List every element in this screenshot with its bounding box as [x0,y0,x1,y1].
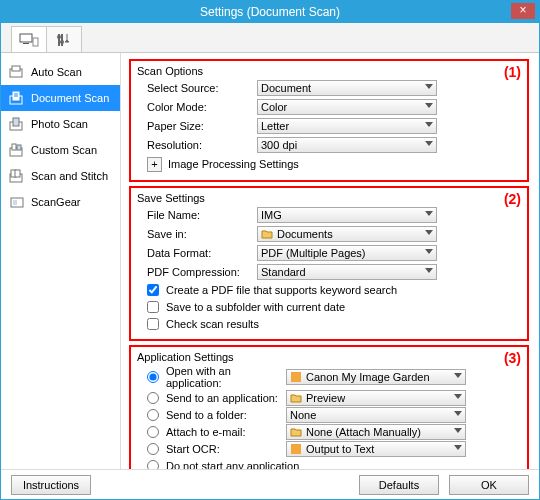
content-area: Auto Scan Document Scan Photo Scan Custo… [1,53,539,469]
svg-rect-0 [20,34,32,42]
folder-icon [261,228,273,240]
start-ocr-dropdown[interactable]: Output to Text [286,441,466,457]
chevron-down-icon [425,122,433,127]
expand-image-processing-button[interactable]: + [147,157,162,172]
data-format-value: PDF (Multiple Pages) [261,246,366,260]
chevron-down-icon [425,211,433,216]
sidebar-item-scan-and-stitch[interactable]: Scan and Stitch [1,163,120,189]
send-to-folder-radio[interactable] [147,409,159,421]
send-to-folder-dropdown[interactable]: None [286,407,466,423]
svg-rect-22 [291,444,301,454]
top-tabstrip [1,23,539,53]
attach-to-email-radio[interactable] [147,426,159,438]
sidebar-item-photo-scan[interactable]: Photo Scan [1,111,120,137]
sidebar-item-custom-scan[interactable]: Custom Scan [1,137,120,163]
chevron-down-icon [454,373,462,378]
pdf-compression-label: PDF Compression: [137,266,257,278]
folder-icon [290,392,302,404]
instructions-button[interactable]: Instructions [11,475,91,495]
resolution-label: Resolution: [137,139,257,151]
sidebar-item-label: ScanGear [31,196,81,208]
sidebar-item-label: Scan and Stitch [31,170,108,182]
auto-scan-icon [9,65,25,79]
scangear-icon [9,195,25,209]
annotation-2: (2) [504,191,521,207]
color-mode-dropdown[interactable]: Color [257,99,437,115]
check-scan-results-label: Check scan results [166,318,259,330]
titlebar: Settings (Document Scan) × [1,1,539,23]
custom-scan-icon [9,143,25,157]
chevron-down-icon [454,445,462,450]
save-in-label: Save in: [137,228,257,240]
send-to-application-value: Preview [306,391,345,405]
resolution-dropdown[interactable]: 300 dpi [257,137,437,153]
color-mode-label: Color Mode: [137,101,257,113]
save-settings-group: (2) Save Settings File Name: IMG Save in… [129,186,529,341]
chevron-down-icon [454,411,462,416]
select-source-dropdown[interactable]: Document [257,80,437,96]
resolution-value: 300 dpi [261,138,297,152]
start-ocr-label: Start OCR: [166,443,282,455]
defaults-button[interactable]: Defaults [359,475,439,495]
svg-rect-20 [13,200,17,205]
chevron-down-icon [425,103,433,108]
save-settings-title: Save Settings [137,192,521,204]
send-to-application-dropdown[interactable]: Preview [286,390,466,406]
attach-to-email-dropdown[interactable]: None (Attach Manually) [286,424,466,440]
sidebar-item-document-scan[interactable]: Document Scan [1,85,120,111]
dialog-footer: Instructions Defaults OK [1,469,539,499]
pdf-compression-value: Standard [261,265,306,279]
keyword-search-checkbox[interactable] [147,284,159,296]
svg-point-4 [60,40,64,44]
sidebar-item-label: Custom Scan [31,144,97,156]
application-settings-title: Application Settings [137,351,521,363]
photo-scan-icon [9,117,25,131]
data-format-dropdown[interactable]: PDF (Multiple Pages) [257,245,437,261]
tab-tools[interactable] [46,26,82,52]
select-source-label: Select Source: [137,82,257,94]
svg-rect-14 [12,144,16,150]
chevron-down-icon [425,268,433,273]
file-name-value: IMG [261,208,282,222]
window-close-button[interactable]: × [511,3,535,19]
start-ocr-radio[interactable] [147,443,159,455]
tab-scan-from-computer[interactable] [11,26,47,52]
send-to-application-label: Send to an application: [166,392,282,404]
svg-rect-2 [33,38,38,46]
paper-size-dropdown[interactable]: Letter [257,118,437,134]
open-with-application-dropdown[interactable]: Canon My Image Garden [286,369,466,385]
folder-icon [290,426,302,438]
sidebar-item-label: Photo Scan [31,118,88,130]
annotation-3: (3) [504,350,521,366]
subfolder-date-checkbox[interactable] [147,301,159,313]
open-with-application-label: Open with an application: [166,365,282,389]
send-to-application-radio[interactable] [147,392,159,404]
ok-button[interactable]: OK [449,475,529,495]
chevron-down-icon [425,84,433,89]
document-scan-icon [9,91,25,105]
file-name-field[interactable]: IMG [257,207,437,223]
window-title: Settings (Document Scan) [200,5,340,19]
pdf-compression-dropdown[interactable]: Standard [257,264,437,280]
image-processing-settings-label: Image Processing Settings [168,158,299,170]
svg-point-3 [57,35,61,39]
window-body: Auto Scan Document Scan Photo Scan Custo… [1,23,539,499]
do-not-start-radio[interactable] [147,460,159,469]
app-icon [290,371,302,383]
sidebar-item-auto-scan[interactable]: Auto Scan [1,59,120,85]
check-scan-results-checkbox[interactable] [147,318,159,330]
monitor-scan-icon [19,32,39,48]
sidebar-item-scangear[interactable]: ScanGear [1,189,120,215]
send-to-folder-label: Send to a folder: [166,409,282,421]
attach-to-email-value: None (Attach Manually) [306,425,421,439]
paper-size-label: Paper Size: [137,120,257,132]
do-not-start-label: Do not start any application [166,460,299,469]
chevron-down-icon [425,141,433,146]
open-with-application-radio[interactable] [147,371,159,383]
chevron-down-icon [454,394,462,399]
svg-rect-15 [17,145,21,150]
save-in-dropdown[interactable]: Documents [257,226,437,242]
application-settings-group: (3) Application Settings Open with an ap… [129,345,529,469]
svg-rect-1 [23,43,29,44]
stitch-icon [9,169,25,183]
